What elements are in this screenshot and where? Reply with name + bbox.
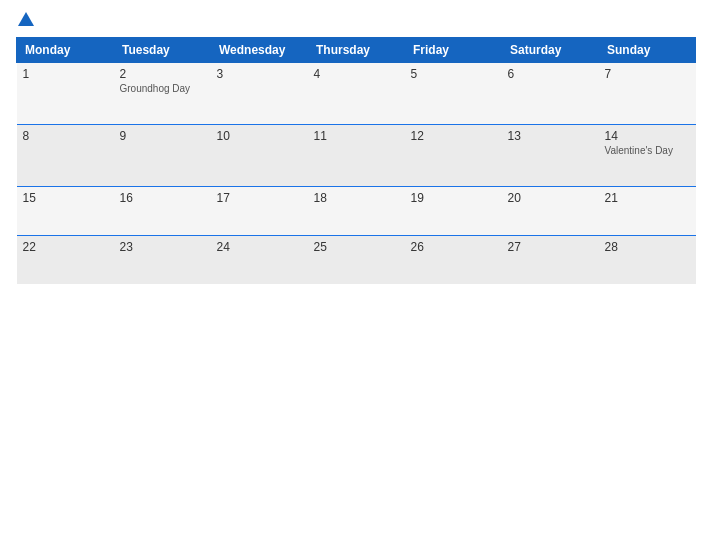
day-number: 12 [411,129,496,143]
day-number: 8 [23,129,108,143]
day-number: 17 [217,191,302,205]
calendar-cell-28: 28 [599,236,696,285]
day-number: 11 [314,129,399,143]
calendar-cell-21: 21 [599,187,696,236]
day-number: 24 [217,240,302,254]
weekday-header-row: MondayTuesdayWednesdayThursdayFridaySatu… [17,38,696,63]
calendar-cell-11: 11 [308,125,405,187]
calendar-container: MondayTuesdayWednesdayThursdayFridaySatu… [0,0,712,550]
day-number: 7 [605,67,690,81]
calendar-cell-20: 20 [502,187,599,236]
calendar-cell-24: 24 [211,236,308,285]
weekday-header-tuesday: Tuesday [114,38,211,63]
day-number: 6 [508,67,593,81]
calendar-table: MondayTuesdayWednesdayThursdayFridaySatu… [16,37,696,284]
logo [16,12,34,27]
calendar-cell-2: 2Groundhog Day [114,63,211,125]
calendar-header [16,12,696,27]
weekday-header-friday: Friday [405,38,502,63]
weekday-header-sunday: Sunday [599,38,696,63]
day-number: 2 [120,67,205,81]
calendar-cell-18: 18 [308,187,405,236]
day-number: 10 [217,129,302,143]
calendar-week-row: 22232425262728 [17,236,696,285]
calendar-cell-22: 22 [17,236,114,285]
day-number: 1 [23,67,108,81]
calendar-cell-10: 10 [211,125,308,187]
day-number: 21 [605,191,690,205]
calendar-cell-26: 26 [405,236,502,285]
calendar-cell-3: 3 [211,63,308,125]
logo-triangle-icon [18,12,34,26]
calendar-cell-25: 25 [308,236,405,285]
calendar-cell-13: 13 [502,125,599,187]
holiday-label: Valentine's Day [605,145,690,156]
weekday-header-saturday: Saturday [502,38,599,63]
calendar-cell-15: 15 [17,187,114,236]
calendar-cell-23: 23 [114,236,211,285]
day-number: 9 [120,129,205,143]
day-number: 23 [120,240,205,254]
day-number: 3 [217,67,302,81]
calendar-week-row: 12Groundhog Day34567 [17,63,696,125]
calendar-cell-14: 14Valentine's Day [599,125,696,187]
weekday-header-thursday: Thursday [308,38,405,63]
calendar-cell-19: 19 [405,187,502,236]
day-number: 26 [411,240,496,254]
calendar-cell-9: 9 [114,125,211,187]
day-number: 19 [411,191,496,205]
calendar-thead: MondayTuesdayWednesdayThursdayFridaySatu… [17,38,696,63]
day-number: 13 [508,129,593,143]
calendar-cell-17: 17 [211,187,308,236]
day-number: 5 [411,67,496,81]
calendar-week-row: 891011121314Valentine's Day [17,125,696,187]
calendar-body: 12Groundhog Day34567891011121314Valentin… [17,63,696,285]
calendar-cell-8: 8 [17,125,114,187]
day-number: 16 [120,191,205,205]
day-number: 14 [605,129,690,143]
calendar-cell-5: 5 [405,63,502,125]
day-number: 28 [605,240,690,254]
day-number: 15 [23,191,108,205]
day-number: 25 [314,240,399,254]
calendar-cell-12: 12 [405,125,502,187]
calendar-cell-6: 6 [502,63,599,125]
day-number: 4 [314,67,399,81]
calendar-cell-1: 1 [17,63,114,125]
day-number: 27 [508,240,593,254]
calendar-cell-4: 4 [308,63,405,125]
calendar-cell-27: 27 [502,236,599,285]
holiday-label: Groundhog Day [120,83,205,94]
calendar-cell-16: 16 [114,187,211,236]
day-number: 20 [508,191,593,205]
weekday-header-monday: Monday [17,38,114,63]
day-number: 18 [314,191,399,205]
weekday-header-wednesday: Wednesday [211,38,308,63]
calendar-cell-7: 7 [599,63,696,125]
calendar-week-row: 15161718192021 [17,187,696,236]
day-number: 22 [23,240,108,254]
